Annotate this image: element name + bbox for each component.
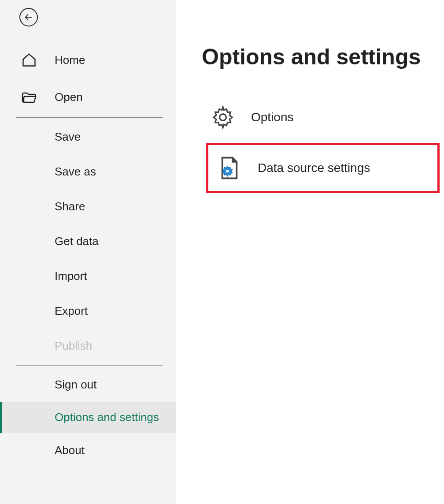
sidebar-item-label: Get data — [55, 235, 99, 248]
sidebar-item-open[interactable]: Open — [0, 78, 176, 116]
sidebar-item-label: Options and settings — [55, 410, 159, 425]
sidebar-item-publish: Publish — [0, 329, 176, 363]
sidebar-item-label: Share — [55, 200, 85, 213]
svg-point-1 — [220, 114, 226, 121]
option-data-source-settings[interactable]: Data source settings — [208, 145, 437, 191]
sidebar-item-options-and-settings[interactable]: Options and settings — [0, 402, 176, 433]
sidebar-item-label: Publish — [55, 339, 92, 353]
back-button[interactable] — [19, 8, 38, 26]
sidebar-item-about[interactable]: About — [0, 433, 176, 468]
sidebar-item-label: Save as — [55, 165, 96, 179]
sidebar-item-label: Save — [55, 130, 81, 144]
sidebar-item-get-data[interactable]: Get data — [0, 224, 176, 259]
option-label: Data source settings — [258, 161, 370, 175]
option-options[interactable]: Options — [202, 94, 444, 140]
sidebar-item-save-as[interactable]: Save as — [0, 154, 176, 189]
sidebar-item-import[interactable]: Import — [0, 259, 176, 294]
main-content: Options and settings Options D — [176, 0, 444, 504]
divider — [16, 365, 163, 366]
home-icon — [21, 52, 37, 68]
sidebar-item-label: Export — [55, 304, 88, 318]
sidebar-item-label: Sign out — [55, 378, 96, 392]
sidebar-item-export[interactable]: Export — [0, 294, 176, 329]
sidebar-item-label: Import — [55, 269, 87, 283]
highlight-box: Data source settings — [206, 143, 440, 193]
gear-icon — [211, 105, 235, 130]
sidebar-item-save[interactable]: Save — [0, 119, 176, 154]
sidebar-item-sign-out[interactable]: Sign out — [0, 367, 176, 402]
arrow-left-icon — [24, 12, 33, 22]
sidebar-item-label: Home — [55, 53, 85, 67]
sidebar-item-home[interactable]: Home — [0, 41, 176, 78]
sidebar: Home Open Save Save as Share Get data Im… — [0, 0, 176, 504]
folder-open-icon — [21, 89, 37, 105]
svg-point-2 — [226, 170, 229, 172]
sidebar-item-label: About — [55, 444, 85, 457]
sidebar-item-label: Open — [55, 90, 83, 104]
divider — [16, 117, 163, 118]
sidebar-item-share[interactable]: Share — [0, 189, 176, 224]
option-label: Options — [251, 110, 294, 124]
document-gear-icon — [217, 156, 242, 180]
page-title: Options and settings — [202, 44, 444, 70]
